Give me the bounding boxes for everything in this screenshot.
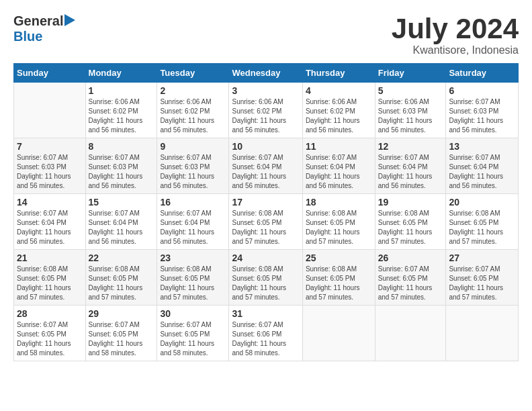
calendar-cell: 26Sunrise: 6:07 AM Sunset: 6:05 PM Dayli… [375,250,446,306]
calendar-cell: 11Sunrise: 6:07 AM Sunset: 6:04 PM Dayli… [302,138,375,194]
calendar-cell: 4Sunrise: 6:06 AM Sunset: 6:02 PM Daylig… [302,83,375,138]
calendar-cell [375,306,446,361]
calendar-cell: 29Sunrise: 6:07 AM Sunset: 6:05 PM Dayli… [85,306,157,361]
day-detail: Sunrise: 6:07 AM Sunset: 6:05 PM Dayligh… [449,265,515,302]
day-number: 17 [232,197,299,208]
day-detail: Sunrise: 6:07 AM Sunset: 6:03 PM Dayligh… [17,153,83,191]
day-detail: Sunrise: 6:07 AM Sunset: 6:04 PM Dayligh… [378,153,443,191]
day-detail: Sunrise: 6:08 AM Sunset: 6:05 PM Dayligh… [232,265,299,302]
day-number: 7 [17,141,83,152]
day-number: 30 [160,308,226,319]
day-detail: Sunrise: 6:08 AM Sunset: 6:05 PM Dayligh… [449,209,515,246]
calendar-cell: 10Sunrise: 6:07 AM Sunset: 6:04 PM Dayli… [229,138,302,194]
day-detail: Sunrise: 6:06 AM Sunset: 6:03 PM Dayligh… [378,97,443,135]
calendar-cell: 6Sunrise: 6:07 AM Sunset: 6:03 PM Daylig… [446,83,519,138]
day-number: 27 [449,253,515,263]
weekday-header-thursday: Thursday [302,64,375,83]
calendar-week-3: 14Sunrise: 6:07 AM Sunset: 6:04 PM Dayli… [14,194,519,250]
day-detail: Sunrise: 6:06 AM Sunset: 6:02 PM Dayligh… [232,97,299,135]
weekday-header-friday: Friday [375,64,446,83]
logo-general: General [13,13,63,29]
calendar-cell: 22Sunrise: 6:08 AM Sunset: 6:05 PM Dayli… [85,250,157,306]
day-number: 4 [306,85,372,96]
day-detail: Sunrise: 6:08 AM Sunset: 6:05 PM Dayligh… [232,209,299,246]
calendar-cell: 27Sunrise: 6:07 AM Sunset: 6:05 PM Dayli… [446,250,519,306]
calendar-table: SundayMondayTuesdayWednesdayThursdayFrid… [13,63,519,361]
month-title: July 2024 [392,13,519,44]
title-area: July 2024 Kwantisore, Indonesia [392,13,519,56]
day-number: 21 [17,253,83,263]
day-number: 3 [232,85,299,96]
day-detail: Sunrise: 6:08 AM Sunset: 6:05 PM Dayligh… [378,209,443,246]
calendar-cell: 25Sunrise: 6:08 AM Sunset: 6:05 PM Dayli… [302,250,375,306]
day-detail: Sunrise: 6:08 AM Sunset: 6:05 PM Dayligh… [160,265,226,302]
calendar-cell: 7Sunrise: 6:07 AM Sunset: 6:03 PM Daylig… [14,138,86,194]
logo-arrow-icon [64,14,75,29]
day-detail: Sunrise: 6:07 AM Sunset: 6:03 PM Dayligh… [89,153,154,191]
day-number: 31 [232,308,299,319]
calendar-cell: 3Sunrise: 6:06 AM Sunset: 6:02 PM Daylig… [229,83,302,138]
day-detail: Sunrise: 6:07 AM Sunset: 6:04 PM Dayligh… [89,209,154,246]
weekday-header-sunday: Sunday [14,64,86,83]
calendar-cell: 23Sunrise: 6:08 AM Sunset: 6:05 PM Dayli… [157,250,229,306]
day-number: 14 [17,197,83,208]
location-title: Kwantisore, Indonesia [392,44,519,56]
weekday-header-monday: Monday [85,64,157,83]
day-number: 23 [160,253,226,263]
day-detail: Sunrise: 6:07 AM Sunset: 6:04 PM Dayligh… [232,153,299,191]
weekday-header-saturday: Saturday [446,64,519,83]
calendar-cell: 15Sunrise: 6:07 AM Sunset: 6:04 PM Dayli… [85,194,157,250]
day-detail: Sunrise: 6:07 AM Sunset: 6:05 PM Dayligh… [378,265,443,302]
logo-blue: Blue [13,29,42,44]
calendar-cell: 30Sunrise: 6:07 AM Sunset: 6:05 PM Dayli… [157,306,229,361]
calendar-week-2: 7Sunrise: 6:07 AM Sunset: 6:03 PM Daylig… [14,138,519,194]
day-number: 2 [160,85,226,96]
day-detail: Sunrise: 6:06 AM Sunset: 6:02 PM Dayligh… [89,97,154,135]
calendar-cell: 28Sunrise: 6:07 AM Sunset: 6:05 PM Dayli… [14,306,86,361]
day-detail: Sunrise: 6:07 AM Sunset: 6:04 PM Dayligh… [306,153,372,191]
day-detail: Sunrise: 6:07 AM Sunset: 6:05 PM Dayligh… [160,320,226,358]
calendar-cell: 21Sunrise: 6:08 AM Sunset: 6:05 PM Dayli… [14,250,86,306]
day-number: 15 [89,197,154,208]
day-detail: Sunrise: 6:08 AM Sunset: 6:05 PM Dayligh… [306,209,372,246]
day-number: 26 [378,253,443,263]
calendar-week-5: 28Sunrise: 6:07 AM Sunset: 6:05 PM Dayli… [14,306,519,361]
calendar-week-1: 1Sunrise: 6:06 AM Sunset: 6:02 PM Daylig… [14,83,519,138]
day-number: 25 [306,253,372,263]
day-detail: Sunrise: 6:07 AM Sunset: 6:05 PM Dayligh… [89,320,154,358]
day-number: 28 [17,308,83,319]
day-detail: Sunrise: 6:06 AM Sunset: 6:02 PM Dayligh… [306,97,372,135]
calendar-cell: 9Sunrise: 6:07 AM Sunset: 6:03 PM Daylig… [157,138,229,194]
day-detail: Sunrise: 6:08 AM Sunset: 6:05 PM Dayligh… [17,265,83,302]
calendar-cell: 8Sunrise: 6:07 AM Sunset: 6:03 PM Daylig… [85,138,157,194]
weekday-header-wednesday: Wednesday [229,64,302,83]
calendar-cell [302,306,375,361]
day-number: 20 [449,197,515,208]
calendar-week-4: 21Sunrise: 6:08 AM Sunset: 6:05 PM Dayli… [14,250,519,306]
calendar-cell [446,306,519,361]
day-number: 8 [89,141,154,152]
day-number: 18 [306,197,372,208]
calendar-cell: 31Sunrise: 6:07 AM Sunset: 6:06 PM Dayli… [229,306,302,361]
day-number: 10 [232,141,299,152]
day-number: 29 [89,308,154,319]
calendar-cell: 5Sunrise: 6:06 AM Sunset: 6:03 PM Daylig… [375,83,446,138]
calendar-cell: 19Sunrise: 6:08 AM Sunset: 6:05 PM Dayli… [375,194,446,250]
weekday-header-tuesday: Tuesday [157,64,229,83]
day-number: 9 [160,141,226,152]
day-detail: Sunrise: 6:07 AM Sunset: 6:04 PM Dayligh… [449,153,515,191]
calendar-cell: 2Sunrise: 6:06 AM Sunset: 6:02 PM Daylig… [157,83,229,138]
calendar-cell [14,83,86,138]
day-number: 12 [378,141,443,152]
calendar-cell: 24Sunrise: 6:08 AM Sunset: 6:05 PM Dayli… [229,250,302,306]
day-number: 5 [378,85,443,96]
day-number: 16 [160,197,226,208]
calendar-cell: 1Sunrise: 6:06 AM Sunset: 6:02 PM Daylig… [85,83,157,138]
logo: General Blue [13,13,75,44]
day-detail: Sunrise: 6:07 AM Sunset: 6:04 PM Dayligh… [160,209,226,246]
calendar-cell: 20Sunrise: 6:08 AM Sunset: 6:05 PM Dayli… [446,194,519,250]
calendar-cell: 14Sunrise: 6:07 AM Sunset: 6:04 PM Dayli… [14,194,86,250]
day-detail: Sunrise: 6:08 AM Sunset: 6:05 PM Dayligh… [89,265,154,302]
calendar-cell: 12Sunrise: 6:07 AM Sunset: 6:04 PM Dayli… [375,138,446,194]
calendar-cell: 17Sunrise: 6:08 AM Sunset: 6:05 PM Dayli… [229,194,302,250]
